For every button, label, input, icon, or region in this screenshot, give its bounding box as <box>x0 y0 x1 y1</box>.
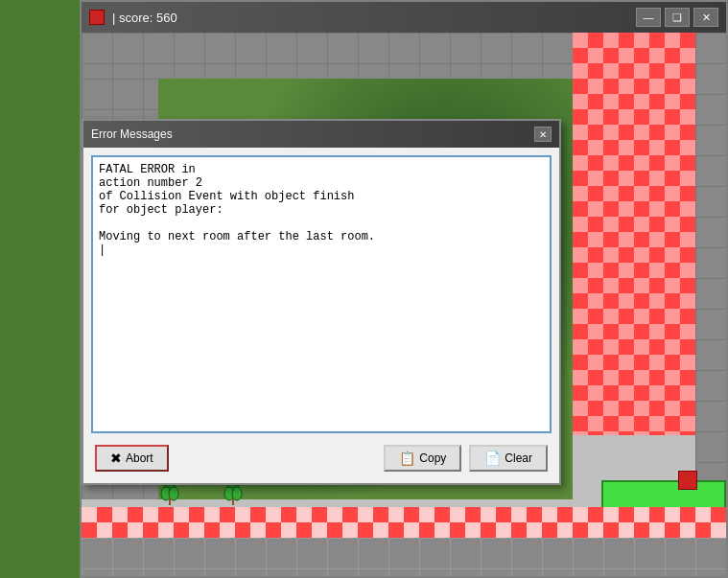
copy-label: Copy <box>419 451 446 465</box>
svg-rect-3 <box>169 497 171 505</box>
dialog-title: Error Messages <box>91 127 173 141</box>
bottom-gray-tiles <box>82 538 726 576</box>
dialog-titlebar: Error Messages ✕ <box>83 121 559 148</box>
copy-button[interactable]: 📋 Copy <box>384 445 461 472</box>
dialog-close-button[interactable]: ✕ <box>534 127 552 142</box>
abort-label: Abort <box>126 451 153 465</box>
error-message-textarea[interactable] <box>91 155 552 433</box>
dialog-button-row: ✖ Abort 📋 Copy 📄 Clear <box>91 437 552 475</box>
clear-icon: 📄 <box>484 451 501 466</box>
abort-button[interactable]: ✖ Abort <box>95 445 169 472</box>
minimize-button[interactable]: — <box>636 8 661 27</box>
abort-icon: ✖ <box>110 451 122 466</box>
svg-rect-7 <box>232 497 234 505</box>
game-content: Error Messages ✕ ✖ Abort 📋 Copy <box>82 33 726 576</box>
bottom-checkerboard <box>82 507 726 538</box>
clear-label: Clear <box>505 451 532 465</box>
game-icon <box>89 10 105 25</box>
game-background: | score: 560 — ❑ ✕ <box>0 0 728 578</box>
dialog-body: ✖ Abort 📋 Copy 📄 Clear <box>83 148 559 483</box>
right-buttons: 📋 Copy 📄 Clear <box>384 445 548 472</box>
game-window: | score: 560 — ❑ ✕ <box>80 0 728 578</box>
game-titlebar: | score: 560 — ❑ ✕ <box>82 2 726 33</box>
close-button[interactable]: ✕ <box>693 8 718 27</box>
copy-icon: 📋 <box>399 451 415 466</box>
error-dialog: Error Messages ✕ ✖ Abort 📋 Copy <box>82 119 561 485</box>
restore-button[interactable]: ❑ <box>665 8 690 27</box>
window-controls: — ❑ ✕ <box>636 8 718 27</box>
red-player-square <box>678 471 697 490</box>
clear-button[interactable]: 📄 Clear <box>469 445 548 472</box>
game-title: | score: 560 <box>112 11 628 25</box>
